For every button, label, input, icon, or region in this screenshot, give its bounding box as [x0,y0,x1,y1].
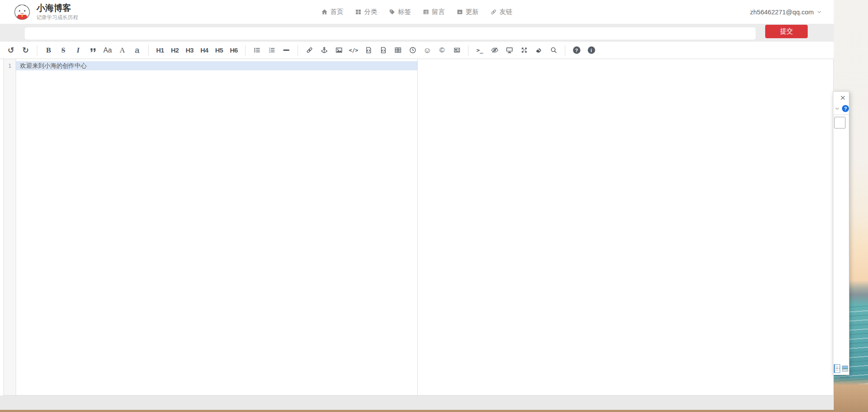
popup-mode-switch [833,364,849,375]
toolbar-html-entities-button[interactable]: © [436,44,449,57]
goto-line-icon: >_ [476,47,483,53]
toolbar-ucwords-button[interactable]: Aa [101,44,114,57]
toolbar-table-button[interactable] [391,44,404,57]
toolbar-help-button[interactable]: ? [570,44,583,57]
nav-item-label: 分类 [364,8,377,16]
h6-icon: H6 [230,47,238,53]
line-number: 1 [4,61,16,70]
site-title: 小海博客 [36,3,78,13]
text-list-mode-icon[interactable] [834,364,840,373]
site-header: 小海博客 记录学习成长历程 首页分类标签留言更新友链 zh56462271@qq… [0,0,834,24]
toolbar-info-button[interactable]: i [585,44,598,57]
toolbar-hr-button[interactable] [280,44,293,57]
info-icon: i [588,46,595,54]
toolbar-h4-button[interactable]: H4 [198,44,211,57]
toolbar-bold-button[interactable]: B [42,44,55,57]
strikethrough-icon: S [62,47,66,54]
toolbar-italic-button[interactable]: I [72,44,85,57]
toolbar-list-ul-button[interactable] [250,44,263,57]
preview-pane [418,59,833,395]
markdown-editor: 1 欢迎来到小海的创作中心 [3,59,834,396]
redo-icon: ↻ [22,46,29,54]
toolbar-search-button[interactable] [547,44,560,57]
toolbar-h3-button[interactable]: H3 [183,44,196,57]
message-board-icon [423,9,429,15]
toolbar-quote-button[interactable] [86,44,99,57]
nav-item-tags[interactable]: 标签 [389,8,411,16]
toolbar-h1-button[interactable]: H1 [154,44,167,57]
toolbar-link-button[interactable] [303,44,316,57]
toolbar-fullscreen-button[interactable] [518,44,531,57]
toolbar-emoji-button[interactable]: ☺ [421,44,434,57]
popup-help-button[interactable]: ? [842,105,849,112]
site-avatar[interactable] [14,4,30,20]
nav-item-categories[interactable]: 分类 [355,8,377,16]
toolbar-uppercase-button[interactable]: A [116,44,129,57]
toolbar-preview-button[interactable] [503,44,516,57]
toolbar-redo-button[interactable]: ↻ [19,44,32,57]
clear-icon [535,46,543,54]
code-line[interactable]: 欢迎来到小海的创作中心 [16,61,417,70]
watch-icon [491,46,498,54]
toolbar-preformatted-text-button[interactable] [362,44,375,57]
nav-item-friend-links[interactable]: 友链 [491,8,513,16]
preformatted-text-icon [365,46,372,54]
nav-item-label: 留言 [432,8,445,16]
toolbar-image-button[interactable] [332,44,345,57]
h1-icon: H1 [156,47,164,53]
toolbar-divider [298,45,298,56]
help-icon: ? [573,46,580,54]
nav-item-messages[interactable]: 留言 [423,8,445,16]
ucwords-icon: Aa [103,47,112,54]
popup-input[interactable] [834,117,845,129]
chevron-down-icon [817,10,822,14]
toolbar-clear-button[interactable] [532,44,545,57]
nav-item-label: 首页 [331,8,344,16]
table-icon [394,46,402,54]
list-ol-icon [268,46,275,54]
toolbar-datetime-button[interactable] [406,44,419,57]
quote-icon [89,46,97,54]
image-icon [335,46,343,54]
user-account-menu[interactable]: zh56462271@qq.com [750,8,822,16]
nav-item-home[interactable]: 首页 [321,8,344,16]
toolbar-lowercase-button[interactable]: a [131,44,144,57]
uppercase-icon: A [120,46,125,54]
submit-button[interactable]: 提交 [765,25,808,38]
toolbar-code-block-button[interactable] [377,44,390,57]
image-mode-icon[interactable] [842,366,848,372]
popup-chevron-down-icon[interactable] [835,106,840,111]
toolbar-divider [468,45,468,56]
compose-bar: 提交 [0,24,834,42]
toolbar-divider [148,45,149,56]
popup-separator [833,115,849,115]
code-icon: </> [349,48,358,53]
site-meta: 小海博客 记录学习成长历程 [36,3,78,21]
toolbar-divider [37,45,37,56]
reference-link-icon [321,46,328,54]
categories-icon [355,9,362,15]
toolbar-pagebreak-button[interactable] [450,44,463,57]
toolbar-code-button[interactable]: </> [347,44,360,57]
toolbar-watch-button[interactable] [488,44,501,57]
toolbar-undo-button[interactable]: ↺ [4,44,17,57]
toolbar-divider [245,45,246,56]
toolbar-h2-button[interactable]: H2 [168,44,181,57]
site-subtitle: 记录学习成长历程 [36,14,78,21]
post-title-input[interactable] [25,27,756,40]
toolbar-strikethrough-button[interactable]: S [57,44,70,57]
nav-item-updates[interactable]: 更新 [457,8,479,16]
search-icon [550,46,557,54]
bold-icon: B [46,46,51,54]
toolbar-h5-button[interactable]: H5 [213,44,226,57]
toolbar-reference-link-button[interactable] [318,44,331,57]
toolbar-list-ol-button[interactable] [265,44,278,57]
home-icon [321,9,328,15]
toolbar-h6-button[interactable]: H6 [227,44,240,57]
user-email: zh56462271@qq.com [750,8,814,16]
code-pane[interactable]: 欢迎来到小海的创作中心 [16,59,418,395]
toolbar-goto-line-button[interactable]: >_ [473,44,486,57]
preview-icon [506,46,513,54]
list-ul-icon [253,46,261,54]
popup-close-button[interactable]: × [838,93,848,102]
